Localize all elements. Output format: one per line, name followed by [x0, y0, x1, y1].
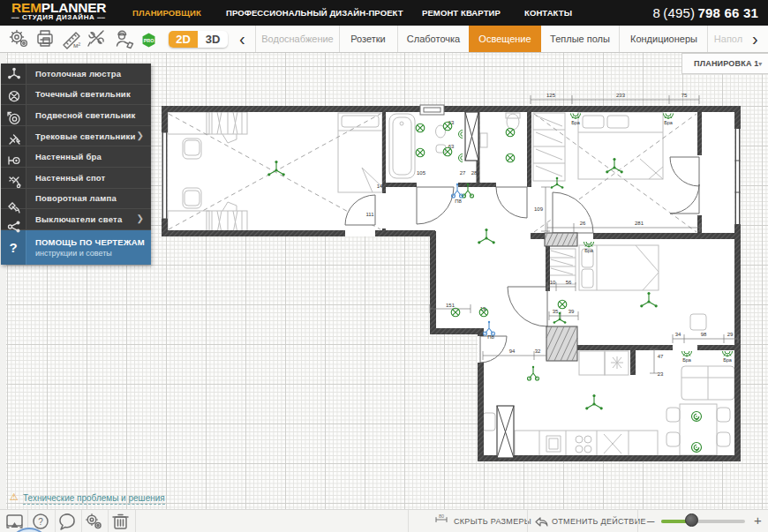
- svg-text:151: 151: [446, 303, 456, 308]
- svg-text:34: 34: [675, 332, 681, 337]
- svg-text:Бра: Бра: [584, 248, 594, 253]
- svg-text:26: 26: [580, 221, 586, 226]
- svg-text:35: 35: [553, 309, 559, 314]
- svg-text:10: 10: [550, 280, 556, 285]
- svg-text:Бра: Бра: [664, 120, 674, 125]
- svg-text:109: 109: [534, 206, 544, 212]
- svg-text:105: 105: [417, 170, 426, 176]
- svg-text:75: 75: [681, 93, 688, 98]
- svg-text:47: 47: [658, 354, 664, 359]
- svg-text:80: 80: [439, 513, 444, 519]
- svg-text:56: 56: [566, 280, 572, 285]
- svg-text:29: 29: [727, 332, 734, 337]
- svg-text:Бра: Бра: [682, 357, 692, 363]
- svg-text:125: 125: [546, 93, 556, 98]
- svg-text:П8: П8: [455, 199, 462, 204]
- svg-text:32: 32: [535, 348, 541, 354]
- svg-text:233: 233: [616, 93, 626, 98]
- svg-text:281: 281: [635, 221, 644, 226]
- svg-text:28: 28: [471, 170, 478, 176]
- svg-text:м²: м²: [73, 41, 81, 49]
- svg-text:Бра: Бра: [723, 357, 733, 363]
- svg-text:27: 27: [460, 170, 466, 176]
- svg-text:94: 94: [509, 348, 516, 354]
- svg-text:PRO: PRO: [144, 38, 154, 43]
- svg-text:23: 23: [658, 371, 664, 377]
- svg-text:98: 98: [701, 332, 707, 337]
- svg-text:?: ?: [38, 517, 43, 527]
- svg-text:39: 39: [568, 309, 575, 314]
- svg-text:Бра: Бра: [571, 120, 581, 125]
- svg-text:14: 14: [377, 184, 383, 189]
- svg-text:111: 111: [365, 212, 374, 217]
